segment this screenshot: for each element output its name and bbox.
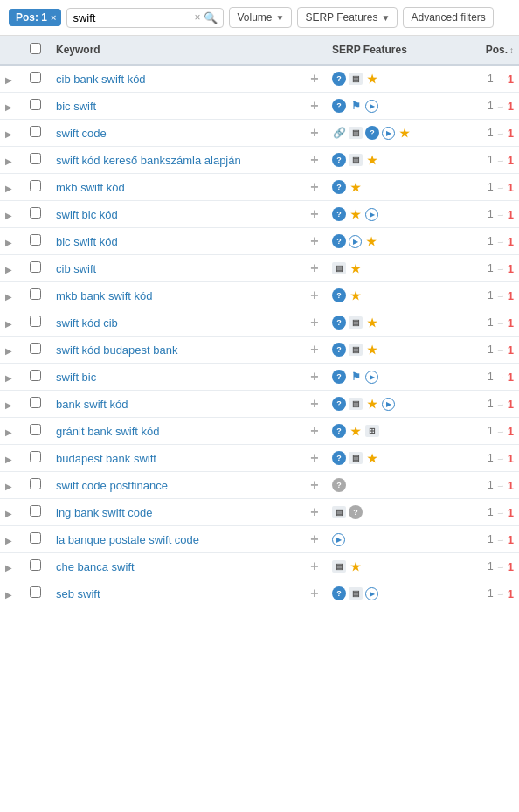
row-checkbox[interactable] — [30, 99, 41, 110]
row-expand[interactable]: ▶ — [0, 445, 19, 472]
add-cell[interactable]: + — [302, 228, 327, 255]
keyword-cell[interactable]: cib swift — [51, 255, 302, 282]
row-checkbox[interactable] — [30, 261, 41, 273]
add-keyword-icon[interactable]: + — [310, 315, 318, 330]
row-checkbox[interactable] — [30, 505, 41, 517]
keyword-link[interactable]: swift bic — [56, 371, 96, 384]
keyword-cell[interactable]: la banque postale swift code — [51, 526, 302, 553]
expand-arrow-icon[interactable]: ▶ — [5, 427, 12, 437]
expand-arrow-icon[interactable]: ▶ — [5, 400, 12, 410]
keyword-cell[interactable]: swift code postfinance — [51, 472, 302, 499]
row-checkbox[interactable] — [30, 559, 41, 571]
expand-arrow-icon[interactable]: ▶ — [5, 156, 12, 166]
add-cell[interactable]: + — [302, 499, 327, 526]
expand-arrow-icon[interactable]: ▶ — [5, 319, 12, 329]
row-expand[interactable]: ▶ — [0, 364, 19, 391]
add-cell[interactable]: + — [302, 337, 327, 364]
add-keyword-icon[interactable]: + — [310, 559, 318, 573]
row-check[interactable] — [19, 282, 51, 309]
row-expand[interactable]: ▶ — [0, 337, 19, 364]
row-checkbox[interactable] — [30, 370, 41, 381]
row-checkbox[interactable] — [30, 397, 41, 408]
add-keyword-icon[interactable]: + — [310, 369, 318, 384]
keyword-cell[interactable]: bic swift kód — [51, 228, 302, 255]
add-cell[interactable]: + — [302, 147, 327, 174]
keyword-link[interactable]: cib bank swift kód — [56, 73, 146, 86]
keyword-cell[interactable]: bank swift kód — [51, 391, 302, 418]
row-expand[interactable]: ▶ — [0, 201, 19, 228]
row-check[interactable] — [19, 472, 51, 499]
keyword-cell[interactable]: seb swift — [51, 580, 302, 607]
keyword-link[interactable]: cib swift — [56, 262, 96, 275]
expand-arrow-icon[interactable]: ▶ — [5, 265, 12, 274]
row-expand[interactable]: ▶ — [0, 472, 19, 499]
add-cell[interactable]: + — [302, 445, 327, 472]
row-expand[interactable]: ▶ — [0, 553, 19, 580]
expand-arrow-icon[interactable]: ▶ — [5, 102, 12, 112]
add-keyword-icon[interactable]: + — [310, 71, 318, 86]
add-cell[interactable]: + — [302, 65, 327, 93]
add-cell[interactable]: + — [302, 93, 327, 120]
add-cell[interactable]: + — [302, 418, 327, 445]
row-check[interactable] — [19, 174, 51, 201]
keyword-link[interactable]: bic swift kód — [56, 235, 118, 248]
add-keyword-icon[interactable]: + — [310, 98, 318, 113]
add-cell[interactable]: + — [302, 120, 327, 147]
keyword-link[interactable]: budapest bank swift — [56, 452, 156, 465]
add-cell[interactable]: + — [302, 174, 327, 201]
row-expand[interactable]: ▶ — [0, 309, 19, 337]
expand-arrow-icon[interactable]: ▶ — [5, 75, 12, 85]
add-keyword-icon[interactable]: + — [310, 206, 318, 221]
keyword-cell[interactable]: ing bank swift code — [51, 499, 302, 526]
row-expand[interactable]: ▶ — [0, 499, 19, 526]
add-cell[interactable]: + — [302, 201, 327, 228]
row-check[interactable] — [19, 580, 51, 607]
row-check[interactable] — [19, 445, 51, 472]
row-check[interactable] — [19, 120, 51, 147]
row-check[interactable] — [19, 93, 51, 120]
add-keyword-icon[interactable]: + — [310, 125, 318, 140]
row-checkbox[interactable] — [30, 586, 41, 598]
expand-arrow-icon[interactable]: ▶ — [5, 238, 12, 247]
add-keyword-icon[interactable]: + — [310, 233, 318, 248]
row-check[interactable] — [19, 553, 51, 580]
row-checkbox[interactable] — [30, 478, 41, 489]
row-check[interactable] — [19, 337, 51, 364]
row-checkbox[interactable] — [30, 532, 41, 544]
add-keyword-icon[interactable]: + — [310, 477, 318, 492]
row-check[interactable] — [19, 309, 51, 337]
row-checkbox[interactable] — [30, 343, 41, 354]
clear-search-icon[interactable]: × — [194, 11, 200, 24]
expand-arrow-icon[interactable]: ▶ — [5, 482, 12, 491]
row-check[interactable] — [19, 228, 51, 255]
row-check[interactable] — [19, 499, 51, 526]
row-checkbox[interactable] — [30, 316, 41, 327]
keyword-link[interactable]: bic swift — [56, 100, 96, 113]
add-keyword-icon[interactable]: + — [310, 423, 318, 438]
keyword-cell[interactable]: che banca swift — [51, 553, 302, 580]
keyword-link[interactable]: swift code — [56, 127, 107, 140]
select-all-checkbox[interactable] — [30, 43, 41, 54]
add-cell[interactable]: + — [302, 472, 327, 499]
row-checkbox[interactable] — [30, 234, 41, 246]
add-keyword-icon[interactable]: + — [310, 450, 318, 465]
add-cell[interactable]: + — [302, 255, 327, 282]
keyword-link[interactable]: swift bic kód — [56, 208, 118, 221]
add-keyword-icon[interactable]: + — [310, 504, 318, 519]
row-expand[interactable]: ▶ — [0, 93, 19, 120]
row-checkbox[interactable] — [30, 451, 41, 462]
add-cell[interactable]: + — [302, 364, 327, 391]
keyword-cell[interactable]: cib bank swift kód — [51, 65, 302, 93]
keyword-link[interactable]: mkb bank swift kód — [56, 289, 153, 302]
keyword-link[interactable]: la banque postale swift code — [56, 533, 199, 546]
keyword-cell[interactable]: swift bic kód — [51, 201, 302, 228]
row-check[interactable] — [19, 147, 51, 174]
expand-arrow-icon[interactable]: ▶ — [5, 346, 12, 356]
row-check[interactable] — [19, 255, 51, 282]
row-checkbox[interactable] — [30, 288, 41, 300]
add-keyword-icon[interactable]: + — [310, 531, 318, 546]
row-expand[interactable]: ▶ — [0, 228, 19, 255]
keyword-link[interactable]: swift kód budapest bank — [56, 344, 177, 357]
keyword-cell[interactable]: mkb swift kód — [51, 174, 302, 201]
keyword-link[interactable]: ing bank swift code — [56, 506, 153, 519]
